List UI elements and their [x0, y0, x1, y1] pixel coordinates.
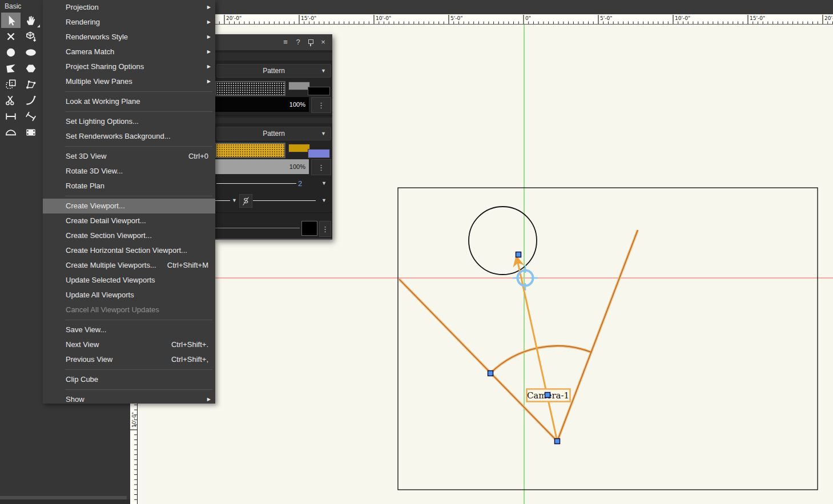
protractor-tool[interactable] — [1, 124, 21, 140]
palette-row — [215, 53, 332, 61]
menu-shortcut: Ctrl+0 — [188, 149, 208, 164]
drop-shadow-options-button[interactable]: ⋮ — [319, 221, 331, 237]
pen-style-dropdown[interactable]: Pattern ▼ — [216, 127, 331, 140]
menu-item-next-view[interactable]: Next ViewCtrl+Shift+. — [43, 337, 215, 352]
menu-item-camera-match[interactable]: Camera Match▶ — [43, 45, 215, 59]
flyout-indicator-icon — [37, 25, 40, 27]
reshape-tool[interactable] — [21, 76, 41, 92]
menu-item-show[interactable]: Show▶ — [43, 392, 215, 407]
reshape-tool-icon — [25, 78, 37, 91]
menu-item-renderworks-style[interactable]: Renderworks Style▶ — [43, 30, 215, 45]
fill-foreground-color-swatch[interactable] — [288, 82, 310, 90]
menu-item-create-horizontal-section-viewport[interactable]: Create Horizontal Section Viewport... — [43, 243, 215, 258]
line-weight-dropdown[interactable]: ▼ — [321, 180, 327, 186]
menu-item-rotate-3d-view[interactable]: Rotate 3D View... — [43, 164, 215, 179]
fillet-tool[interactable] — [21, 92, 41, 108]
submenu-arrow-icon: ▶ — [207, 0, 211, 15]
menu-separator — [43, 89, 215, 94]
menu-item-set-3d-view[interactable]: Set 3D ViewCtrl+0 — [43, 149, 215, 164]
menu-item-look-at-working-plane[interactable]: Look at Working Plane — [43, 94, 215, 109]
fill-pattern-swatch[interactable] — [215, 81, 285, 96]
push-pull-3d-tool[interactable] — [21, 29, 41, 44]
menu-shortcut: Ctrl+Shift+M — [167, 258, 208, 273]
menu-item-update-selected-viewports[interactable]: Update Selected Viewports — [43, 273, 215, 288]
menu-item-previous-view[interactable]: Previous ViewCtrl+Shift+, — [43, 352, 215, 367]
menu-item-create-detail-viewport[interactable]: Create Detail Viewport... — [43, 213, 215, 228]
marker-dropdown[interactable]: ▼ — [232, 197, 237, 203]
selection-tool[interactable] — [1, 13, 21, 28]
push-pull-3d-tool-icon — [25, 30, 37, 43]
svg-text:10'-0": 10'-0" — [131, 412, 137, 428]
submenu-arrow-icon: ▶ — [207, 59, 211, 74]
camera-object[interactable] — [399, 230, 638, 441]
svg-text:15'-0": 15'-0" — [750, 15, 765, 21]
menu-item-project-sharing-options[interactable]: Project Sharing Options▶ — [43, 59, 215, 74]
fill-opacity-bar[interactable]: 100% — [215, 97, 309, 112]
circle-tool-icon — [5, 46, 17, 59]
pen-opacity-options-button[interactable]: ⋮ — [311, 159, 331, 175]
menu-separator — [43, 367, 215, 372]
menu-item-create-multiple-viewports[interactable]: Create Multiple Viewports...Ctrl+Shift+M — [43, 258, 215, 273]
menu-item-set-renderworks-background[interactable]: Set Renderworks Background... — [43, 129, 215, 144]
drop-shadow-color-swatch[interactable] — [301, 221, 317, 236]
menu-item-projection[interactable]: Projection▶ — [43, 0, 215, 15]
delete-tool-icon — [5, 30, 17, 43]
line-style-dropdown[interactable]: ▼ — [321, 197, 327, 203]
fillet-tool-icon — [25, 94, 37, 107]
menu-separator — [43, 144, 215, 149]
fill-style-dropdown[interactable]: Pattern ▼ — [216, 64, 331, 78]
move-by-points-tool-icon — [5, 78, 17, 91]
submenu-arrow-icon: ▶ — [207, 392, 211, 407]
menu-item-multiple-view-panes[interactable]: Multiple View Panes▶ — [43, 74, 215, 89]
unconstrained-dimension-tool[interactable] — [21, 108, 41, 124]
menu-item-create-viewport[interactable]: Create Viewport... — [43, 199, 215, 213]
menu-item-update-all-viewports[interactable]: Update All Viewports — [43, 288, 215, 303]
menu-item-rendering[interactable]: Rendering▶ — [43, 15, 215, 30]
move-by-points-tool[interactable] — [1, 76, 21, 92]
hatch-tool[interactable] — [21, 124, 41, 140]
fill-opacity-options-button[interactable]: ⋮ — [311, 97, 331, 113]
close-icon[interactable]: × — [319, 38, 328, 46]
no-marker-button[interactable]: S — [239, 194, 252, 208]
attributes-palette: ≡ ? × Pattern ▼ 100% ⋮ Pattern ▼ 100% ⋮ … — [215, 34, 332, 240]
palette-titlebar[interactable]: ≡ ? × — [215, 34, 332, 50]
fill-background-color-swatch[interactable] — [308, 87, 330, 95]
handle-camera-position — [555, 439, 560, 444]
svg-text:10'-0": 10'-0" — [376, 15, 391, 21]
dimension-tool[interactable] — [1, 108, 21, 124]
pan-tool[interactable] — [21, 13, 41, 28]
palette-row — [215, 118, 332, 123]
viewport-rectangle[interactable] — [398, 188, 818, 490]
oval-tool[interactable] — [21, 45, 41, 60]
menu-item-create-section-viewport[interactable]: Create Section Viewport... — [43, 228, 215, 243]
pin-icon[interactable] — [306, 39, 315, 47]
menu-item-save-view[interactable]: Save View... — [43, 322, 215, 337]
pen-background-color-swatch[interactable] — [308, 149, 330, 158]
menu-item-rotate-plan[interactable]: Rotate Plan — [43, 179, 215, 193]
menu-separator — [43, 317, 215, 322]
delete-tool[interactable] — [1, 29, 21, 44]
handle-look-at — [516, 252, 521, 257]
pen-pattern-swatch[interactable] — [215, 143, 285, 158]
menu-item-clip-cube[interactable]: Clip Cube — [43, 372, 215, 387]
split-tool[interactable] — [1, 92, 21, 108]
circle-tool[interactable] — [1, 45, 21, 60]
menu-shortcut: Ctrl+Shift+, — [171, 352, 208, 367]
pen-foreground-color-swatch[interactable] — [288, 144, 310, 152]
help-icon[interactable]: ? — [293, 38, 303, 46]
pan-tool-icon — [25, 14, 37, 27]
regular-polygon-tool[interactable] — [21, 61, 41, 76]
pen-opacity-bar[interactable]: 100% — [215, 159, 309, 174]
line-weight-preview — [216, 183, 296, 184]
chevron-down-icon: ▼ — [321, 127, 326, 140]
svg-text:0": 0" — [525, 15, 531, 21]
polygon-tool-icon — [5, 62, 17, 75]
oval-tool-icon — [25, 46, 37, 59]
circle-object[interactable] — [469, 207, 537, 275]
protractor-tool-icon — [5, 126, 17, 139]
svg-text:10'-0": 10'-0" — [675, 15, 690, 21]
menu-icon[interactable]: ≡ — [281, 38, 290, 46]
horizontal-ruler: 20'-0"15'-0"10'-0"5'-0"0"5'-0"10'-0"15'-… — [137, 14, 833, 25]
polygon-tool[interactable] — [1, 61, 21, 76]
menu-item-set-lighting-options[interactable]: Set Lighting Options... — [43, 114, 215, 129]
